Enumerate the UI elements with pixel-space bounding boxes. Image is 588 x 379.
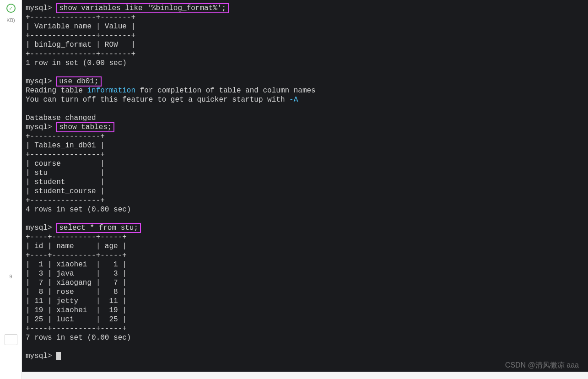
reading-text: Reading table bbox=[26, 87, 87, 95]
cmd-use-db: use db01; bbox=[56, 76, 101, 87]
mysql-prompt: mysql> bbox=[26, 352, 52, 360]
watermark-text: CSDN @清风微凉 aaa bbox=[505, 361, 579, 370]
table-row: | 11 | jetty | 11 | bbox=[26, 297, 127, 305]
result-line: 1 row in set (0.00 sec) bbox=[26, 59, 127, 67]
table-separator: +----+----------+-----+ bbox=[26, 233, 127, 241]
table-separator: +----+----------+-----+ bbox=[26, 251, 127, 260]
table-row: | 19 | xiaohei | 19 | bbox=[26, 306, 127, 314]
side-number: 9 bbox=[9, 274, 12, 279]
cmd-select-stu: select * from stu; bbox=[56, 223, 141, 233]
table-row: | 25 | luci | 25 | bbox=[26, 315, 127, 324]
table-row: | student | bbox=[26, 178, 105, 186]
cursor-icon bbox=[56, 352, 61, 360]
table-row: | binlog_format | ROW | bbox=[26, 41, 135, 49]
cmd-show-variables: show variables like '%binlog_format%'; bbox=[56, 3, 229, 13]
table-separator: +---------------+-------+ bbox=[26, 50, 135, 58]
table-header: | id | name | age | bbox=[26, 242, 127, 250]
side-box bbox=[5, 334, 17, 345]
table-header: | Variable_name | Value | bbox=[26, 22, 135, 31]
left-panel: ✓ KB) 9 bbox=[0, 0, 22, 379]
table-separator: +----------------+ bbox=[26, 196, 105, 205]
reading-text: for completion of table and column names bbox=[135, 87, 316, 95]
kb-label: KB) bbox=[6, 17, 15, 23]
table-separator: +----------------+ bbox=[26, 151, 105, 159]
table-row: | 3 | java | 3 | bbox=[26, 270, 127, 278]
table-separator: +---------------+-------+ bbox=[26, 32, 135, 40]
table-row: | 8 | rose | 8 | bbox=[26, 288, 127, 296]
flag-a: -A bbox=[289, 96, 298, 104]
table-row: | stu | bbox=[26, 169, 105, 177]
turnoff-text: You can turn off this feature to get a q… bbox=[26, 96, 289, 104]
information-keyword: information bbox=[87, 87, 135, 95]
table-row: | 7 | xiaogang | 7 | bbox=[26, 279, 127, 287]
table-header: | Tables_in_db01 | bbox=[26, 141, 105, 150]
cmd-show-tables: show tables; bbox=[56, 122, 114, 132]
mysql-prompt: mysql> bbox=[26, 77, 52, 86]
result-line: 7 rows in set (0.00 sec) bbox=[26, 334, 131, 342]
table-separator: +----------------+ bbox=[26, 132, 105, 141]
db-changed: Database changed bbox=[26, 114, 96, 122]
table-row: | 1 | xiaohei | 1 | bbox=[26, 260, 127, 269]
status-check-icon: ✓ bbox=[6, 4, 16, 13]
bottom-bar bbox=[22, 372, 588, 379]
table-row: | course | bbox=[26, 160, 105, 168]
mysql-prompt: mysql> bbox=[26, 123, 52, 131]
table-separator: +----+----------+-----+ bbox=[26, 325, 127, 333]
terminal-output[interactable]: mysql> show variables like '%binlog_form… bbox=[22, 0, 588, 379]
table-row: | student_course | bbox=[26, 187, 105, 195]
table-separator: +---------------+-------+ bbox=[26, 13, 135, 22]
mysql-prompt: mysql> bbox=[26, 4, 52, 12]
mysql-prompt: mysql> bbox=[26, 224, 52, 232]
result-line: 4 rows in set (0.00 sec) bbox=[26, 206, 131, 214]
